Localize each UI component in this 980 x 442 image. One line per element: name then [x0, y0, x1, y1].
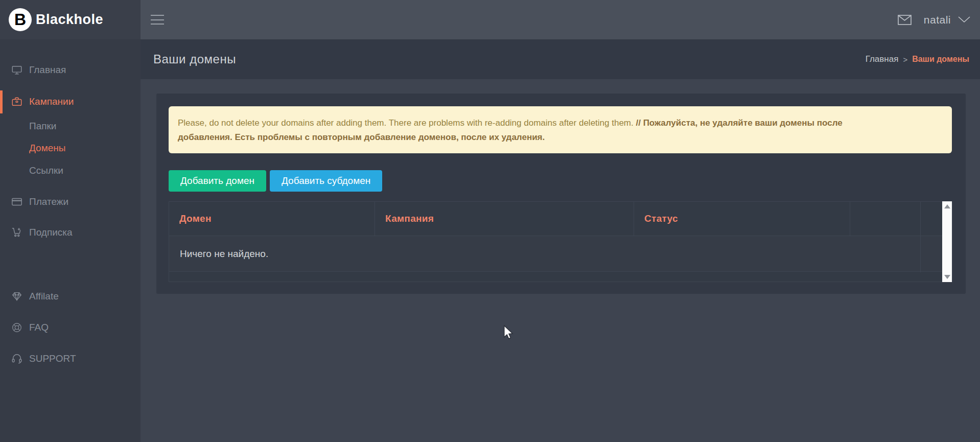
sidebar-item-affilate[interactable]: Affilate — [0, 286, 141, 307]
chevron-down-icon — [958, 16, 970, 23]
mail-icon[interactable] — [898, 15, 912, 25]
sidebar-item-label: Affilate — [29, 291, 59, 302]
breadcrumb-home-link[interactable]: Главная — [866, 54, 899, 64]
credit-card-icon — [11, 196, 22, 207]
actions-row: Добавить домен Добавить субдомен — [169, 170, 382, 192]
add-subdomain-button[interactable]: Добавить субдомен — [270, 170, 382, 192]
scroll-up-icon[interactable] — [944, 204, 950, 208]
sidebar-item-payments[interactable]: Платежи — [0, 192, 141, 212]
hamburger-menu-icon[interactable] — [151, 15, 164, 25]
table-empty-row: Ничего не найдено. — [169, 236, 952, 272]
domains-panel: Please, do not delete your domains after… — [156, 94, 966, 294]
sidebar: B Blackhole Главная Кампании Папки Домен… — [0, 0, 141, 442]
breadcrumb-current: Ваши домены — [912, 55, 969, 64]
monitor-icon — [11, 64, 22, 76]
sidebar-item-label: Кампании — [29, 96, 74, 107]
headset-icon — [11, 353, 22, 364]
sidebar-item-label: Главная — [29, 64, 66, 76]
life-ring-icon — [11, 322, 22, 333]
page-title: Ваши домены — [153, 52, 236, 66]
scroll-down-icon[interactable] — [944, 275, 950, 279]
cart-plus-icon — [11, 227, 22, 238]
breadcrumb: Главная > Ваши домены — [866, 54, 969, 64]
sidebar-item-label: Подписка — [29, 227, 73, 238]
diamond-icon — [11, 291, 22, 302]
warning-text-en: Please, do not delete your domains after… — [178, 118, 636, 128]
column-header-status[interactable]: Статус — [634, 202, 850, 236]
column-header-domain[interactable]: Домен — [169, 202, 375, 236]
user-menu[interactable]: natali — [924, 14, 970, 26]
table-scrollbar[interactable] — [942, 201, 952, 282]
logo[interactable]: B Blackhole — [0, 0, 141, 39]
mouse-cursor — [503, 325, 516, 340]
sidebar-item-label: Ссылки — [29, 165, 63, 176]
briefcase-icon — [11, 96, 22, 107]
sidebar-item-support[interactable]: SUPPORT — [0, 348, 141, 369]
column-header-campaign[interactable]: Кампания — [375, 202, 634, 236]
sidebar-item-label: FAQ — [29, 322, 49, 333]
column-divider — [920, 202, 921, 272]
sidebar-item-links[interactable]: Ссылки — [0, 160, 141, 181]
warning-text-ru-line2: добавления. Есть проблемы с повторным до… — [178, 132, 545, 142]
username: natali — [924, 14, 951, 26]
brand-logo-icon: B — [9, 8, 32, 31]
topbar: natali — [141, 0, 980, 39]
empty-message: Ничего не найдено. — [180, 248, 268, 260]
sidebar-item-label: Платежи — [29, 196, 68, 207]
table-header-row: Домен Кампания Статус — [169, 202, 952, 236]
add-domain-button[interactable]: Добавить домен — [169, 170, 266, 192]
sidebar-item-label: Папки — [29, 121, 56, 132]
brand-letter: B — [14, 10, 26, 29]
sidebar-item-faq[interactable]: FAQ — [0, 317, 141, 338]
sidebar-item-label: Домены — [29, 143, 65, 154]
sidebar-item-folders[interactable]: Папки — [0, 116, 141, 136]
breadcrumb-separator: > — [903, 55, 907, 64]
domains-table: Домен Кампания Статус Ничего не найдено. — [169, 201, 952, 282]
sidebar-item-home[interactable]: Главная — [0, 60, 141, 80]
brand-name: Blackhole — [36, 12, 103, 28]
column-header-empty — [850, 202, 921, 236]
sidebar-item-label: SUPPORT — [29, 353, 76, 364]
warning-banner: Please, do not delete your domains after… — [169, 106, 952, 153]
sidebar-item-campaigns[interactable]: Кампании — [0, 91, 141, 112]
warning-text-ru-line1: // Пожалуйста, не удаляйте ваши домены п… — [636, 118, 842, 128]
sidebar-item-subscription[interactable]: Подписка — [0, 222, 141, 243]
page-header: Ваши домены Главная > Ваши домены — [141, 39, 980, 79]
sidebar-item-domains[interactable]: Домены — [0, 138, 141, 158]
